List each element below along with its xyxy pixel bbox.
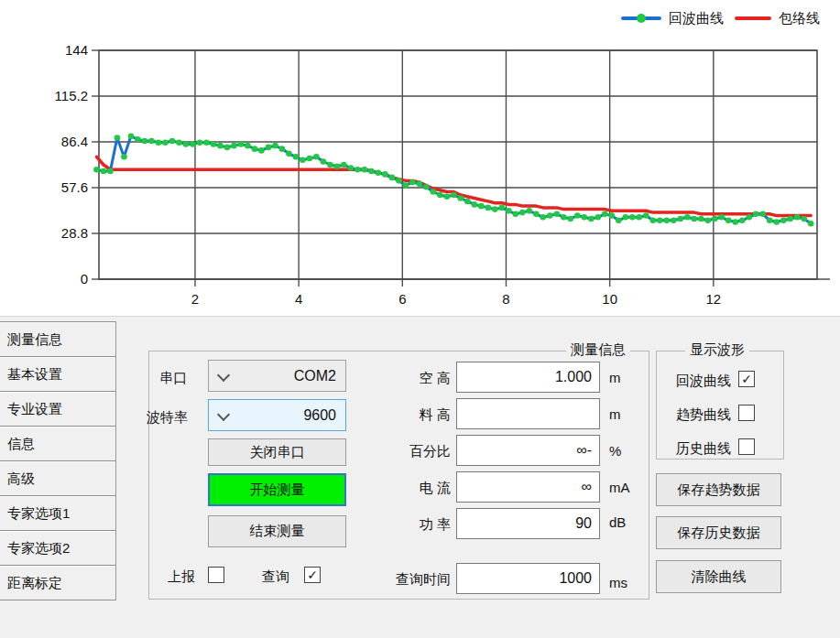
svg-text:10: 10 [602, 291, 617, 307]
sidebar-tabs: 测量信息 基本设置 专业设置 信息 高级 专家选项1 专家选项2 距离标定 [0, 321, 116, 600]
query-checkbox[interactable]: ✓ [304, 567, 321, 583]
empty-height-label: 空 高 [383, 370, 451, 387]
chevron-down-icon [217, 369, 230, 382]
legend-echo-label: 回波曲线 [669, 10, 724, 27]
query-time-unit: ms [609, 575, 627, 590]
power-input[interactable] [456, 508, 600, 539]
envelope-line-swatch-icon [735, 16, 771, 20]
baud-rate-label: 波特率 [147, 409, 188, 427]
query-time-label: 查询时间 [379, 571, 451, 589]
close-serial-button[interactable]: 关闭串口 [208, 438, 346, 466]
svg-text:57.6: 57.6 [61, 179, 88, 195]
history-curve-checkbox[interactable] [738, 438, 755, 455]
legend-envelope-label: 包络线 [779, 10, 820, 27]
chevron-down-icon [217, 408, 230, 421]
material-height-input[interactable] [456, 398, 600, 429]
sidebar-item-measure-info[interactable]: 测量信息 [0, 322, 115, 357]
material-height-label: 料 高 [383, 406, 451, 424]
percentage-input[interactable] [456, 435, 600, 466]
power-label: 功 率 [383, 516, 451, 534]
empty-height-unit: m [609, 370, 621, 385]
svg-text:28.8: 28.8 [61, 225, 88, 241]
sidebar-item-distance-cal[interactable]: 距离标定 [0, 566, 115, 600]
power-unit: dB [609, 514, 626, 530]
save-history-data-button[interactable]: 保存历史数据 [656, 516, 781, 549]
current-label: 电 流 [383, 480, 451, 497]
svg-text:6: 6 [398, 291, 406, 307]
history-curve-option-label: 历史曲线 [652, 440, 731, 458]
svg-text:2: 2 [191, 291, 199, 307]
sidebar-item-pro-settings[interactable]: 专业设置 [0, 392, 115, 427]
svg-text:4: 4 [295, 291, 302, 307]
current-unit: mA [609, 480, 630, 495]
empty-height-input[interactable] [456, 362, 600, 393]
echo-chart-region: 144115.286.457.628.8024681012 回波曲线 包络线 [0, 0, 840, 316]
serial-port-value: COM2 [294, 368, 336, 384]
save-trend-data-button[interactable]: 保存趋势数据 [656, 473, 781, 506]
chart-legend: 回波曲线 包络线 [621, 7, 820, 29]
serial-port-select[interactable]: COM2 [208, 360, 346, 392]
baud-rate-value: 9600 [303, 407, 336, 423]
clear-curve-button[interactable]: 清除曲线 [656, 560, 781, 593]
material-height-unit: m [609, 406, 621, 422]
stop-measure-button[interactable]: 结束测量 [208, 515, 346, 547]
legend-envelope-curve: 包络线 [735, 10, 820, 27]
svg-text:12: 12 [705, 291, 721, 307]
serial-port-label: 串口 [159, 370, 187, 387]
echo-marker-icon [637, 14, 646, 23]
current-input[interactable] [456, 471, 600, 503]
baud-rate-select[interactable]: 9600 [208, 399, 346, 431]
percentage-label: 百分比 [383, 443, 451, 460]
svg-text:115.2: 115.2 [55, 88, 88, 103]
waveform-groupbox-title: 显示波形 [685, 341, 749, 359]
query-label: 查询 [262, 568, 289, 586]
svg-text:8: 8 [502, 291, 509, 307]
echo-chart: 144115.286.457.628.8024681012 [0, 0, 840, 316]
echo-curve-option-label: 回波曲线 [652, 373, 731, 390]
report-label: 上报 [168, 568, 195, 586]
legend-echo-curve: 回波曲线 [621, 10, 724, 27]
percentage-unit: % [609, 443, 621, 459]
echo-line-swatch-icon [621, 16, 661, 20]
measurement-app-window: 144115.286.457.628.8024681012 回波曲线 包络线 测… [0, 0, 840, 638]
svg-text:86.4: 86.4 [61, 134, 88, 149]
trend-curve-option-label: 趋势曲线 [652, 406, 731, 424]
sidebar-item-advanced[interactable]: 高级 [0, 461, 115, 496]
trend-curve-checkbox[interactable] [738, 405, 755, 421]
svg-text:0: 0 [81, 271, 88, 287]
sidebar-item-info[interactable]: 信息 [0, 427, 115, 461]
start-measure-button[interactable]: 开始测量 [208, 473, 346, 506]
query-time-input[interactable] [456, 563, 600, 594]
measurement-groupbox-title: 测量信息 [566, 341, 630, 359]
sidebar-item-expert-2[interactable]: 专家选项2 [0, 531, 115, 566]
sidebar-item-expert-1[interactable]: 专家选项1 [0, 496, 115, 531]
sidebar-item-basic-settings[interactable]: 基本设置 [0, 357, 115, 392]
echo-curve-checkbox[interactable]: ✓ [738, 371, 755, 387]
svg-text:144: 144 [65, 42, 88, 58]
report-checkbox[interactable] [208, 567, 224, 583]
